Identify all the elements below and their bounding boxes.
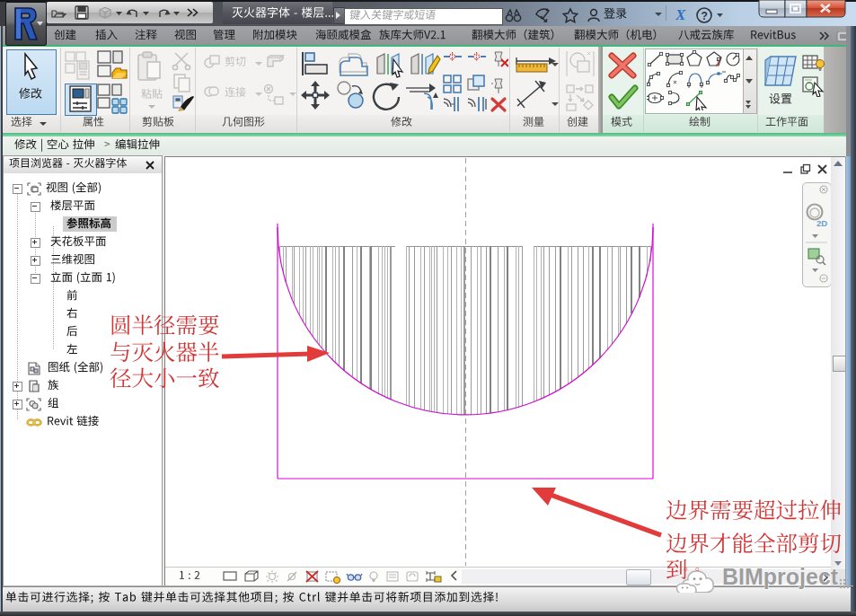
svg-text:X: X — [675, 6, 686, 23]
svg-text:2D: 2D — [816, 218, 827, 228]
svg-text:BIMproject: BIMproject — [722, 564, 839, 589]
svg-text:?: ? — [702, 10, 708, 22]
